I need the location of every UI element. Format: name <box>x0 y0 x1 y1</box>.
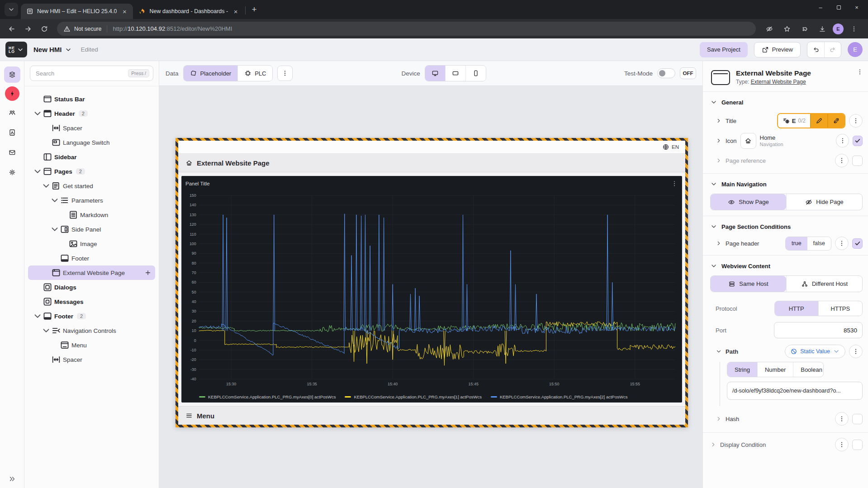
close-window-button[interactable]: × <box>848 0 865 14</box>
chev-down-icon[interactable] <box>50 224 60 234</box>
tree-item-parameters[interactable]: Parameters <box>28 193 155 208</box>
tree-item-footer[interactable]: Footer <box>28 251 155 265</box>
chev-down-icon[interactable] <box>33 311 43 321</box>
legend-item[interactable]: KEBPLCComService.Application.PLC_PRG.myA… <box>199 394 336 399</box>
tree-item-external-website-page[interactable]: External Website Page <box>28 265 155 280</box>
inspector-kebab-icon[interactable] <box>856 68 863 76</box>
tab-close-icon[interactable]: × <box>232 7 240 15</box>
section-main-navigation[interactable]: Main Navigation <box>703 174 868 193</box>
tree-item-header[interactable]: Header2 <box>28 106 155 121</box>
rail-item-bolt[interactable] <box>5 86 19 101</box>
chevron-right-icon[interactable] <box>716 157 722 164</box>
minimize-button[interactable]: – <box>812 0 829 14</box>
path-binding-pill[interactable]: Static Value <box>785 345 845 358</box>
bookmark-star-icon[interactable] <box>780 22 794 36</box>
title-edit-button[interactable] <box>810 114 827 128</box>
chevron-right-icon[interactable] <box>716 415 722 422</box>
tree-item-menu[interactable]: Menu <box>28 338 155 352</box>
section-webview-content[interactable]: Webview Content <box>703 256 868 275</box>
page-header-checkbox[interactable] <box>852 238 863 249</box>
tree-item-get-started[interactable]: Get started <box>28 179 155 193</box>
project-name-dropdown[interactable]: New HMI <box>33 46 72 53</box>
language-badge[interactable]: EN <box>672 144 679 150</box>
hide-page-option[interactable]: Hide Page <box>786 194 862 210</box>
path-kebab-button[interactable] <box>849 345 863 358</box>
helio-logo[interactable]: HELO <box>5 42 27 57</box>
mode-placeholder[interactable]: Placeholder <box>184 66 238 81</box>
tree-item-sidebar[interactable]: Sidebar <box>28 150 155 164</box>
device-mobile[interactable] <box>465 66 486 81</box>
forward-button[interactable] <box>21 22 35 36</box>
page-url[interactable]: http://10.120.104.92:8512/editor/New%20H… <box>113 25 232 32</box>
string-option[interactable]: String <box>727 362 757 377</box>
panel-menu-kebab-icon[interactable] <box>671 180 678 187</box>
device-tablet[interactable] <box>445 66 465 81</box>
display-condition-kebab-button[interactable] <box>835 438 849 451</box>
tree-item-footer[interactable]: Footer2 <box>28 309 155 323</box>
http-option[interactable]: HTTP <box>775 301 818 316</box>
rail-item-users[interactable] <box>4 104 20 121</box>
tree-item-pages[interactable]: Pages2 <box>28 164 155 179</box>
tree-item-messages[interactable]: Messages <box>28 294 155 309</box>
chevron-right-icon[interactable] <box>716 117 722 124</box>
chevron-right-icon[interactable] <box>716 240 722 247</box>
security-label[interactable]: Not secure <box>74 26 101 32</box>
tree-item-image[interactable]: Image <box>28 237 155 251</box>
device-desktop[interactable] <box>425 66 445 81</box>
chev-down-icon[interactable] <box>33 109 43 118</box>
user-avatar[interactable]: E <box>848 42 863 57</box>
port-input[interactable] <box>774 322 863 338</box>
display-condition-checkbox[interactable] <box>852 440 863 450</box>
home-icon-preview[interactable] <box>740 133 756 149</box>
legend-item[interactable]: KEBPLCComService.Application.PLC_PRG.myA… <box>491 394 627 399</box>
address-bar[interactable]: Not secure http://10.120.104.92:8512/edi… <box>57 22 756 36</box>
browser-tab-grafana[interactable]: New dashboard - Dashboards - × <box>133 4 244 19</box>
reload-button[interactable] <box>37 22 52 36</box>
back-button[interactable] <box>5 22 19 36</box>
preview-button[interactable]: Preview <box>754 42 801 57</box>
toolbar-kebab-button[interactable] <box>277 66 293 81</box>
maximize-button[interactable] <box>830 0 847 14</box>
testmode-toggle[interactable] <box>657 68 675 78</box>
legend-item[interactable]: KEBPLCComService.Application.PLC_PRG.myA… <box>345 394 481 399</box>
tree-item-spacer[interactable]: Spacer <box>28 352 155 367</box>
chevron-right-icon[interactable] <box>716 137 722 144</box>
icon-enabled-checkbox[interactable] <box>853 136 863 146</box>
tab-close-icon[interactable]: × <box>120 7 128 15</box>
tab-search-button[interactable] <box>5 3 18 16</box>
page-preview-frame[interactable]: EN External Website Page Panel Title -40… <box>175 138 688 427</box>
preview-footer-bar[interactable]: Menu <box>178 406 685 425</box>
hash-kebab-button[interactable] <box>835 412 849 426</box>
section-page-section-conditions[interactable]: Page Section Conditions <box>703 216 868 235</box>
save-project-button[interactable]: Save Project <box>700 42 748 57</box>
search-input[interactable] <box>36 70 128 77</box>
type-link[interactable]: External Website Page <box>751 79 806 85</box>
chev-down-icon[interactable] <box>41 326 51 336</box>
tree-item-dialogs[interactable]: Dialogs <box>28 280 155 294</box>
page-reference-checkbox[interactable] <box>852 156 863 166</box>
rail-item-mail[interactable] <box>4 144 20 161</box>
new-tab-button[interactable]: + <box>248 4 260 15</box>
https-option[interactable]: HTTPS <box>818 301 862 316</box>
add-child-button[interactable] <box>144 269 152 276</box>
true-option[interactable]: true <box>786 237 807 250</box>
mode-plc[interactable]: PLC <box>237 66 272 81</box>
page-header-kebab-button[interactable] <box>835 237 849 250</box>
show-page-option[interactable]: Show Page <box>711 194 786 210</box>
collapse-panel-button[interactable] <box>0 475 24 483</box>
path-input[interactable] <box>727 382 863 400</box>
extensions-puzzle-icon[interactable] <box>797 22 812 36</box>
rail-item-template[interactable] <box>4 124 20 141</box>
tree-item-side-panel[interactable]: Side Panel <box>28 222 155 237</box>
icon-kebab-button[interactable] <box>836 134 849 147</box>
chevron-right-icon[interactable] <box>710 441 716 448</box>
number-option[interactable]: Number <box>757 362 793 377</box>
redo-button[interactable] <box>824 42 841 57</box>
preview-page-header[interactable]: External Website Page <box>178 154 685 172</box>
boolean-option[interactable]: Boolean <box>793 362 824 377</box>
tree-item-spacer[interactable]: Spacer <box>28 121 155 135</box>
title-kebab-button[interactable] <box>849 114 863 128</box>
chev-down-icon[interactable] <box>41 181 51 191</box>
browser-menu-kebab-icon[interactable] <box>847 22 861 36</box>
browser-tab-hmi[interactable]: New HMI – Edit – HELIO 25.4.0 × <box>21 4 133 19</box>
